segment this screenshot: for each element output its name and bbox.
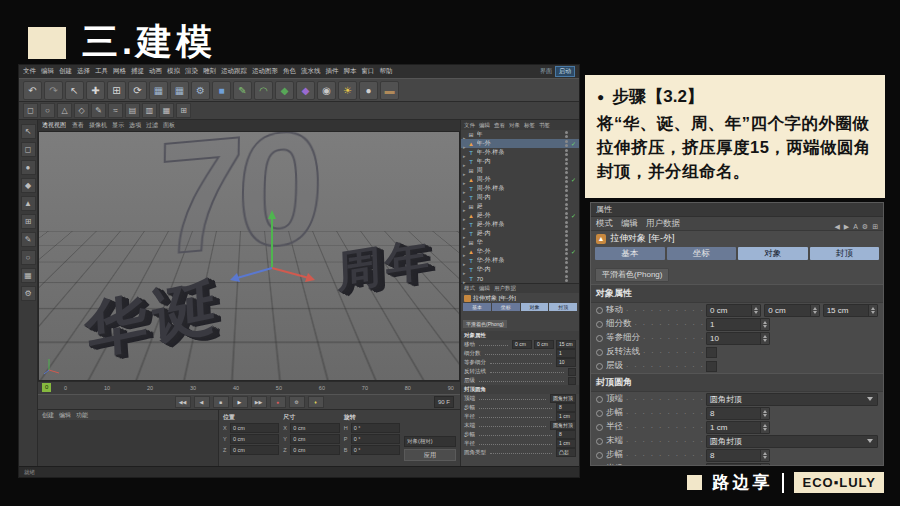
cap-steps-field[interactable]: 8 (706, 449, 770, 462)
attr-tab[interactable]: 对象 (738, 247, 808, 260)
visibility-dots[interactable] (565, 230, 568, 237)
toolbar-icon[interactable]: ▦ (149, 81, 168, 100)
keyframe-circle-icon[interactable] (596, 363, 603, 370)
object-row[interactable]: ▲ 年-外 ✓ (461, 139, 579, 148)
object-manager-menu-item[interactable]: 文件 (464, 122, 475, 129)
menu-item[interactable]: 文件 (23, 67, 36, 76)
attr-menu-item[interactable]: 编辑 (621, 218, 638, 230)
toolbar-icon[interactable]: ☀ (338, 81, 357, 100)
material-menu-item[interactable]: 编辑 (59, 411, 71, 420)
toolbar-icon[interactable]: ⊞ (176, 103, 191, 118)
flip-normals-checkbox[interactable] (568, 368, 576, 376)
menu-item[interactable]: 运动跟踪 (221, 67, 247, 76)
toolbar-icon[interactable]: ◠ (254, 81, 273, 100)
coord-field[interactable]: 0 cm (290, 434, 339, 444)
subdiv-field[interactable]: 1 (556, 349, 576, 358)
object-row[interactable]: ⊞ 诞 (461, 202, 579, 211)
viewport-menu-item[interactable]: 查看 (72, 121, 84, 130)
frame-count-field[interactable]: 90 F (434, 396, 454, 408)
transport-button[interactable]: ♦ (308, 396, 324, 408)
object-row[interactable]: T 华-外.样条 (461, 256, 579, 265)
menu-item[interactable]: 模拟 (167, 67, 180, 76)
object-row[interactable]: T 诞-内 (461, 229, 579, 238)
keyframe-circle-icon[interactable] (596, 349, 603, 356)
viewport-menu-item[interactable]: 过滤 (146, 121, 158, 130)
menu-item[interactable]: 帮助 (380, 67, 393, 76)
menu-item[interactable]: 窗口 (362, 67, 375, 76)
hierarchy-checkbox[interactable] (568, 377, 576, 385)
visibility-dots[interactable] (565, 203, 568, 210)
interface-value-dropdown[interactable]: 启动 (555, 66, 575, 77)
viewport-menu-item[interactable]: 面板 (163, 121, 175, 130)
menu-item[interactable]: 编辑 (41, 67, 54, 76)
object-row[interactable]: T 周-外.样条 (461, 184, 579, 193)
cap-radius-field[interactable]: 1 cm (706, 463, 770, 467)
menu-item[interactable]: 角色 (283, 67, 296, 76)
menu-item[interactable]: 插件 (326, 67, 339, 76)
keyframe-circle-icon[interactable] (596, 452, 603, 459)
keyframe-circle-icon[interactable] (596, 410, 603, 417)
menu-item[interactable]: 选择 (77, 67, 90, 76)
attr-menu-item[interactable]: 编辑 (479, 285, 490, 292)
move-z-field[interactable]: 15 cm (556, 340, 576, 349)
flip-normals-checkbox[interactable] (706, 347, 717, 358)
toolbar-icon[interactable]: ▦ (170, 81, 189, 100)
toolbar-icon[interactable]: ◇ (74, 103, 89, 118)
menu-item[interactable]: 动画 (149, 67, 162, 76)
visibility-dots[interactable] (565, 140, 568, 147)
visibility-dots[interactable] (565, 194, 568, 201)
menu-item[interactable]: 运动图形 (252, 67, 278, 76)
coord-field[interactable]: 0 cm (290, 423, 339, 433)
visibility-dots[interactable] (565, 266, 568, 273)
toolbar-icon[interactable]: ⚙ (191, 81, 210, 100)
menu-item[interactable]: 工具 (95, 67, 108, 76)
side-toolbar-icon[interactable]: ○ (21, 250, 36, 265)
visibility-dots[interactable] (565, 257, 568, 264)
cap-radius-field[interactable]: 1 cm (706, 421, 770, 434)
object-row[interactable]: T 诞-外.样条 (461, 220, 579, 229)
visibility-dots[interactable] (565, 149, 568, 156)
coord-field[interactable]: 0 cm (230, 423, 279, 433)
object-row[interactable]: ⊞ 华 (461, 238, 579, 247)
coord-field[interactable]: 0 ° (351, 445, 400, 455)
visibility-dots[interactable] (565, 158, 568, 165)
menu-item[interactable]: 捕捉 (131, 67, 144, 76)
viewport-menu-item[interactable]: 摄像机 (89, 121, 107, 130)
transport-button[interactable]: ◀ (194, 396, 210, 408)
side-toolbar-icon[interactable]: ◆ (21, 178, 36, 193)
attr-tab[interactable]: 基本 (595, 247, 665, 260)
toolbar-icon[interactable]: ▤ (125, 103, 140, 118)
timeline-playhead[interactable]: 0 (42, 383, 51, 392)
viewport-menu-item[interactable]: 选项 (129, 121, 141, 130)
visibility-dots[interactable] (565, 167, 568, 174)
toolbar-icon[interactable]: ↖ (65, 81, 84, 100)
coord-field[interactable]: 0 ° (351, 423, 400, 433)
cap-steps-field[interactable]: 8 (556, 403, 576, 412)
side-toolbar-icon[interactable]: ● (21, 160, 36, 175)
cap-steps-field[interactable]: 8 (706, 407, 770, 420)
object-row[interactable]: T 华-内 (461, 265, 579, 274)
transport-button[interactable]: ◀◀ (175, 396, 191, 408)
material-menu-item[interactable]: 功能 (76, 411, 88, 420)
move-y-field[interactable]: 0 cm (534, 340, 554, 349)
keyframe-circle-icon[interactable] (596, 321, 603, 328)
object-row[interactable]: ▲ 周-外 ✓ (461, 175, 579, 184)
side-toolbar-icon[interactable]: ⚙ (21, 286, 36, 301)
cap-steps-field[interactable]: 8 (556, 430, 576, 439)
material-menu-item[interactable]: 创建 (42, 411, 54, 420)
viewport-menu-item[interactable]: 显示 (112, 121, 124, 130)
move-z-field[interactable]: 15 cm (823, 304, 878, 317)
toolbar-icon[interactable]: ↷ (44, 81, 63, 100)
attr-tab[interactable]: 封顶 (549, 303, 577, 311)
attr-tab[interactable]: 坐标 (667, 247, 737, 260)
object-row[interactable]: T 年-外.样条 (461, 148, 579, 157)
toolbar-icon[interactable]: ✚ (86, 81, 105, 100)
fillet-type-dropdown[interactable]: 凸起 (556, 448, 576, 457)
menu-item[interactable]: 创建 (59, 67, 72, 76)
coord-field[interactable]: 0 cm (290, 445, 339, 455)
phong-tab[interactable]: 平滑着色(Phong) (463, 320, 507, 328)
visibility-dots[interactable] (565, 176, 568, 183)
visibility-dots[interactable] (565, 248, 568, 255)
cap-radius-field[interactable]: 1 cm (556, 439, 576, 448)
viewport[interactable]: 70 周年 华诞 (38, 131, 460, 381)
